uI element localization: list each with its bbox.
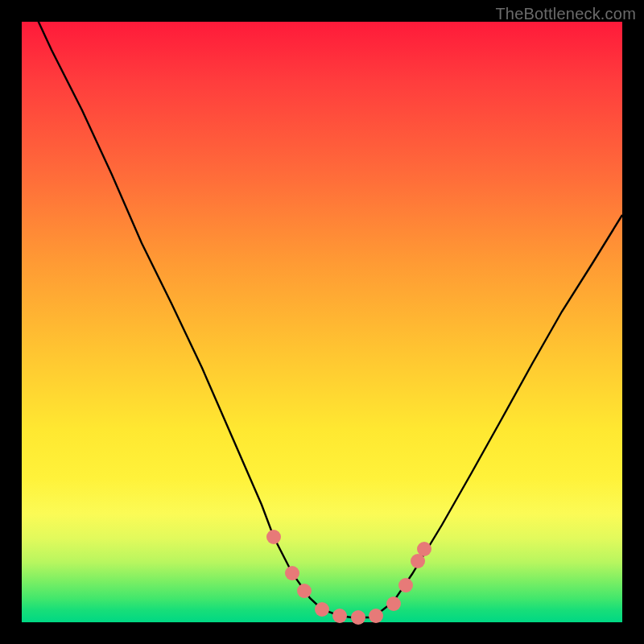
- chart-frame: TheBottleneck.com: [0, 0, 644, 644]
- plot-area: [22, 22, 622, 622]
- svg-point-6: [369, 609, 383, 623]
- svg-point-4: [332, 609, 347, 623]
- svg-point-0: [266, 530, 281, 544]
- svg-point-10: [417, 542, 431, 556]
- svg-point-5: [351, 610, 365, 625]
- svg-point-8: [398, 578, 413, 592]
- svg-point-2: [297, 584, 312, 598]
- bottleneck-curve: [22, 22, 622, 622]
- curve-path: [22, 0, 622, 617]
- svg-point-7: [386, 597, 401, 611]
- watermark-text: TheBottleneck.com: [495, 5, 636, 23]
- highlight-dots: [266, 530, 431, 625]
- svg-point-1: [285, 566, 299, 580]
- svg-point-3: [315, 602, 329, 617]
